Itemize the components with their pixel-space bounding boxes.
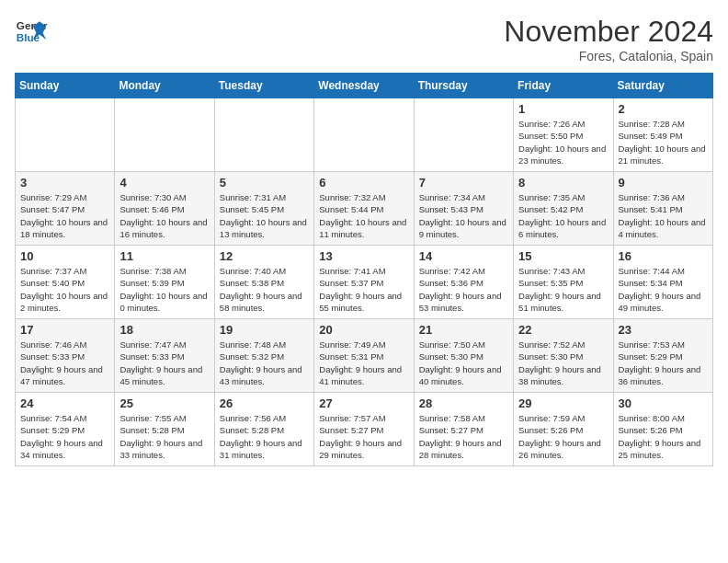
day-number: 1 <box>518 102 608 116</box>
day-number: 14 <box>419 249 508 263</box>
day-info: Sunrise: 7:42 AM Sunset: 5:36 PM Dayligh… <box>419 265 508 314</box>
table-row <box>314 98 414 172</box>
col-monday: Monday <box>115 74 214 98</box>
day-info: Sunrise: 7:52 AM Sunset: 5:30 PM Dayligh… <box>518 339 608 387</box>
col-sunday: Sunday <box>16 74 115 98</box>
table-row: 26Sunrise: 7:56 AM Sunset: 5:28 PM Dayli… <box>214 393 313 466</box>
table-row: 11Sunrise: 7:38 AM Sunset: 5:39 PM Dayli… <box>115 246 214 319</box>
day-number: 23 <box>619 323 708 337</box>
day-number: 12 <box>220 249 309 263</box>
day-info: Sunrise: 7:50 AM Sunset: 5:30 PM Dayligh… <box>419 339 508 387</box>
day-number: 29 <box>518 396 608 410</box>
table-row: 30Sunrise: 8:00 AM Sunset: 5:26 PM Dayli… <box>613 393 712 466</box>
table-row: 13Sunrise: 7:41 AM Sunset: 5:37 PM Dayli… <box>314 246 414 319</box>
day-number: 3 <box>20 176 109 190</box>
table-row: 2Sunrise: 7:28 AM Sunset: 5:49 PM Daylig… <box>613 98 712 172</box>
day-info: Sunrise: 7:36 AM Sunset: 5:41 PM Dayligh… <box>619 191 708 240</box>
day-number: 21 <box>419 323 508 337</box>
day-info: Sunrise: 7:48 AM Sunset: 5:32 PM Dayligh… <box>220 339 309 387</box>
location-subtitle: Fores, Catalonia, Spain <box>504 49 713 63</box>
day-number: 25 <box>119 396 209 410</box>
day-info: Sunrise: 7:55 AM Sunset: 5:28 PM Dayligh… <box>119 412 209 461</box>
table-row: 27Sunrise: 7:57 AM Sunset: 5:27 PM Dayli… <box>314 393 414 466</box>
title-section: November 2024 Fores, Catalonia, Spain <box>504 15 713 63</box>
col-saturday: Saturday <box>613 74 712 98</box>
calendar-week-row: 1Sunrise: 7:26 AM Sunset: 5:50 PM Daylig… <box>16 98 713 172</box>
day-info: Sunrise: 7:59 AM Sunset: 5:26 PM Dayligh… <box>518 412 608 461</box>
col-friday: Friday <box>514 74 613 98</box>
day-info: Sunrise: 7:57 AM Sunset: 5:27 PM Dayligh… <box>319 412 408 461</box>
day-number: 22 <box>518 323 608 337</box>
calendar-week-row: 3Sunrise: 7:29 AM Sunset: 5:47 PM Daylig… <box>16 172 713 246</box>
month-title: November 2024 <box>504 15 713 49</box>
table-row: 23Sunrise: 7:53 AM Sunset: 5:29 PM Dayli… <box>613 319 712 393</box>
calendar-table: Sunday Monday Tuesday Wednesday Thursday… <box>15 73 713 466</box>
day-info: Sunrise: 8:00 AM Sunset: 5:26 PM Dayligh… <box>619 412 708 461</box>
table-row: 14Sunrise: 7:42 AM Sunset: 5:36 PM Dayli… <box>414 246 513 319</box>
day-number: 7 <box>419 176 508 190</box>
day-number: 28 <box>419 396 508 410</box>
col-thursday: Thursday <box>414 74 513 98</box>
day-number: 15 <box>518 249 608 263</box>
day-number: 8 <box>518 176 608 190</box>
table-row: 7Sunrise: 7:34 AM Sunset: 5:43 PM Daylig… <box>414 172 513 246</box>
day-number: 11 <box>119 249 209 263</box>
day-number: 18 <box>119 323 209 337</box>
day-info: Sunrise: 7:26 AM Sunset: 5:50 PM Dayligh… <box>518 118 608 167</box>
table-row: 8Sunrise: 7:35 AM Sunset: 5:42 PM Daylig… <box>514 172 613 246</box>
day-number: 13 <box>319 249 408 263</box>
page-header: General Blue November 2024 Fores, Catalo… <box>15 15 713 63</box>
day-number: 6 <box>319 176 408 190</box>
day-info: Sunrise: 7:32 AM Sunset: 5:44 PM Dayligh… <box>319 191 408 240</box>
day-number: 30 <box>619 396 708 410</box>
day-number: 16 <box>619 249 708 263</box>
table-row: 19Sunrise: 7:48 AM Sunset: 5:32 PM Dayli… <box>214 319 313 393</box>
table-row <box>214 98 313 172</box>
table-row <box>414 98 513 172</box>
table-row: 1Sunrise: 7:26 AM Sunset: 5:50 PM Daylig… <box>514 98 613 172</box>
table-row: 10Sunrise: 7:37 AM Sunset: 5:40 PM Dayli… <box>16 246 115 319</box>
table-row <box>115 98 214 172</box>
table-row: 17Sunrise: 7:46 AM Sunset: 5:33 PM Dayli… <box>16 319 115 393</box>
table-row: 4Sunrise: 7:30 AM Sunset: 5:46 PM Daylig… <box>115 172 214 246</box>
day-info: Sunrise: 7:40 AM Sunset: 5:38 PM Dayligh… <box>220 265 309 314</box>
day-info: Sunrise: 7:56 AM Sunset: 5:28 PM Dayligh… <box>220 412 309 461</box>
day-info: Sunrise: 7:49 AM Sunset: 5:31 PM Dayligh… <box>319 339 408 387</box>
day-info: Sunrise: 7:28 AM Sunset: 5:49 PM Dayligh… <box>619 118 708 167</box>
calendar-week-row: 24Sunrise: 7:54 AM Sunset: 5:29 PM Dayli… <box>16 393 713 466</box>
table-row: 28Sunrise: 7:58 AM Sunset: 5:27 PM Dayli… <box>414 393 513 466</box>
day-info: Sunrise: 7:30 AM Sunset: 5:46 PM Dayligh… <box>119 191 209 240</box>
day-info: Sunrise: 7:58 AM Sunset: 5:27 PM Dayligh… <box>419 412 508 461</box>
table-row: 24Sunrise: 7:54 AM Sunset: 5:29 PM Dayli… <box>16 393 115 466</box>
calendar-header-row: Sunday Monday Tuesday Wednesday Thursday… <box>16 74 713 98</box>
day-number: 19 <box>220 323 309 337</box>
table-row <box>16 98 115 172</box>
day-info: Sunrise: 7:47 AM Sunset: 5:33 PM Dayligh… <box>119 339 209 387</box>
logo-icon: General Blue <box>15 15 48 48</box>
calendar-week-row: 10Sunrise: 7:37 AM Sunset: 5:40 PM Dayli… <box>16 246 713 319</box>
day-number: 27 <box>319 396 408 410</box>
day-info: Sunrise: 7:53 AM Sunset: 5:29 PM Dayligh… <box>619 339 708 387</box>
col-wednesday: Wednesday <box>314 74 414 98</box>
day-info: Sunrise: 7:37 AM Sunset: 5:40 PM Dayligh… <box>20 265 109 314</box>
table-row: 25Sunrise: 7:55 AM Sunset: 5:28 PM Dayli… <box>115 393 214 466</box>
calendar-week-row: 17Sunrise: 7:46 AM Sunset: 5:33 PM Dayli… <box>16 319 713 393</box>
day-info: Sunrise: 7:29 AM Sunset: 5:47 PM Dayligh… <box>20 191 109 240</box>
table-row: 3Sunrise: 7:29 AM Sunset: 5:47 PM Daylig… <box>16 172 115 246</box>
table-row: 22Sunrise: 7:52 AM Sunset: 5:30 PM Dayli… <box>514 319 613 393</box>
day-info: Sunrise: 7:31 AM Sunset: 5:45 PM Dayligh… <box>220 191 309 240</box>
day-number: 2 <box>619 102 708 116</box>
day-number: 17 <box>20 323 109 337</box>
day-number: 20 <box>319 323 408 337</box>
table-row: 9Sunrise: 7:36 AM Sunset: 5:41 PM Daylig… <box>613 172 712 246</box>
table-row: 20Sunrise: 7:49 AM Sunset: 5:31 PM Dayli… <box>314 319 414 393</box>
day-info: Sunrise: 7:38 AM Sunset: 5:39 PM Dayligh… <box>119 265 209 314</box>
day-info: Sunrise: 7:54 AM Sunset: 5:29 PM Dayligh… <box>20 412 109 461</box>
day-info: Sunrise: 7:35 AM Sunset: 5:42 PM Dayligh… <box>518 191 608 240</box>
day-number: 4 <box>119 176 209 190</box>
day-number: 26 <box>220 396 309 410</box>
table-row: 15Sunrise: 7:43 AM Sunset: 5:35 PM Dayli… <box>514 246 613 319</box>
col-tuesday: Tuesday <box>214 74 313 98</box>
day-number: 24 <box>20 396 109 410</box>
table-row: 21Sunrise: 7:50 AM Sunset: 5:30 PM Dayli… <box>414 319 513 393</box>
